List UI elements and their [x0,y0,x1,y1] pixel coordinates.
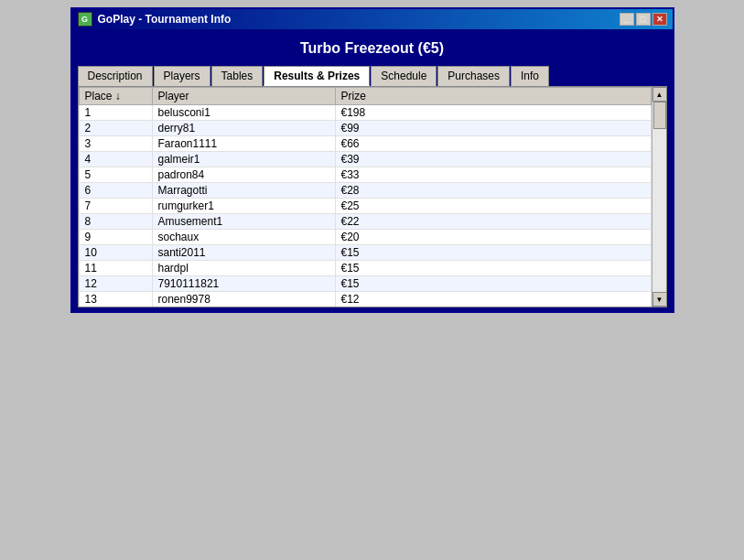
cell-player: Marragotti [152,183,335,199]
results-table-container[interactable]: Place ↓ Player Prize 1belusconi1€1982der… [79,87,652,307]
cell-player: hardpl [152,261,335,276]
results-tbody: 1belusconi1€1982derry81€993Faraon1111€66… [79,105,651,307]
tab-description[interactable]: Description [78,66,153,86]
content-area: Place ↓ Player Prize 1belusconi1€1982der… [78,86,667,307]
table-row: 3Faraon1111€66 [79,136,651,152]
table-row: 127910111821€15 [79,276,651,292]
cell-prize: €22 [335,214,651,230]
cell-prize: €198 [335,105,651,121]
title-bar: G GoPlay - Tournament Info _ □ ✕ [72,9,673,29]
scroll-thumb[interactable] [653,102,666,129]
cell-place: 13 [79,292,152,307]
main-window: G GoPlay - Tournament Info _ □ ✕ Turbo F… [70,7,674,313]
table-row: 10santi2011€15 [79,245,651,261]
cell-player: belusconi1 [152,105,335,121]
scroll-down-button[interactable]: ▼ [652,292,667,307]
cell-player: padron84 [152,167,335,183]
table-row: 7rumgurker1€25 [79,199,651,214]
results-table: Place ↓ Player Prize 1belusconi1€1982der… [79,87,652,307]
table-header-row: Place ↓ Player Prize [79,88,651,105]
cell-place: 11 [79,261,152,276]
cell-player: santi2011 [152,245,335,261]
cell-place: 6 [79,183,152,199]
cell-player: Faraon1111 [152,136,335,152]
cell-prize: €15 [335,245,651,261]
cell-prize: €20 [335,230,651,245]
cell-place: 9 [79,230,152,245]
table-scroll-wrapper: Place ↓ Player Prize 1belusconi1€1982der… [79,87,666,307]
cell-player: galmeir1 [152,152,335,167]
cell-place: 2 [79,121,152,136]
tab-purchases[interactable]: Purchases [437,66,510,86]
cell-player: Amusement1 [152,214,335,230]
tab-tables[interactable]: Tables [211,66,264,86]
window-controls: _ □ ✕ [620,13,667,26]
cell-player: 7910111821 [152,276,335,292]
cell-prize: €25 [335,199,651,214]
minimize-button[interactable]: _ [620,13,634,26]
cell-player: sochaux [152,230,335,245]
app-icon: G [78,12,92,27]
cell-prize: €15 [335,261,651,276]
close-button[interactable]: ✕ [652,13,667,26]
table-row: 13ronen9978€12 [79,292,651,307]
cell-prize: €33 [335,167,651,183]
table-row: 6Marragotti€28 [79,183,651,199]
cell-place: 3 [79,136,152,152]
table-wrapper: Place ↓ Player Prize 1belusconi1€1982der… [79,87,652,307]
tab-schedule[interactable]: Schedule [371,66,437,86]
window-body: Turbo Freezeout (€5) Description Players… [72,29,673,311]
cell-player: rumgurker1 [152,199,335,214]
tab-results[interactable]: Results & Prizes [264,66,370,86]
cell-place: 4 [79,152,152,167]
tournament-title: Turbo Freezeout (€5) [76,33,669,66]
cell-player: derry81 [152,121,335,136]
table-row: 2derry81€99 [79,121,651,136]
cell-prize: €99 [335,121,651,136]
cell-prize: €12 [335,292,651,307]
maximize-button[interactable]: □ [636,13,651,26]
tab-info[interactable]: Info [511,66,549,86]
cell-place: 1 [79,105,152,121]
table-row: 9sochaux€20 [79,230,651,245]
col-prize[interactable]: Prize [335,88,651,105]
table-row: 11hardpl€15 [79,261,651,276]
cell-place: 8 [79,214,152,230]
table-row: 1belusconi1€198 [79,105,651,121]
scroll-up-button[interactable]: ▲ [652,87,667,102]
cell-place: 12 [79,276,152,292]
scrollbar: ▲ ▼ [652,87,666,307]
cell-place: 5 [79,167,152,183]
table-row: 5padron84€33 [79,167,651,183]
cell-player: ronen9978 [152,292,335,307]
cell-prize: €39 [335,152,651,167]
cell-place: 10 [79,245,152,261]
col-player[interactable]: Player [152,88,335,105]
title-bar-left: G GoPlay - Tournament Info [78,12,232,27]
table-row: 8Amusement1€22 [79,214,651,230]
scroll-track [652,102,666,292]
cell-prize: €15 [335,276,651,292]
table-row: 4galmeir1€39 [79,152,651,167]
cell-prize: €66 [335,136,651,152]
tab-bar: Description Players Tables Results & Pri… [76,66,669,86]
col-place[interactable]: Place ↓ [79,88,152,105]
window-title: GoPlay - Tournament Info [98,13,232,26]
cell-place: 7 [79,199,152,214]
cell-prize: €28 [335,183,651,199]
tab-players[interactable]: Players [154,66,210,86]
